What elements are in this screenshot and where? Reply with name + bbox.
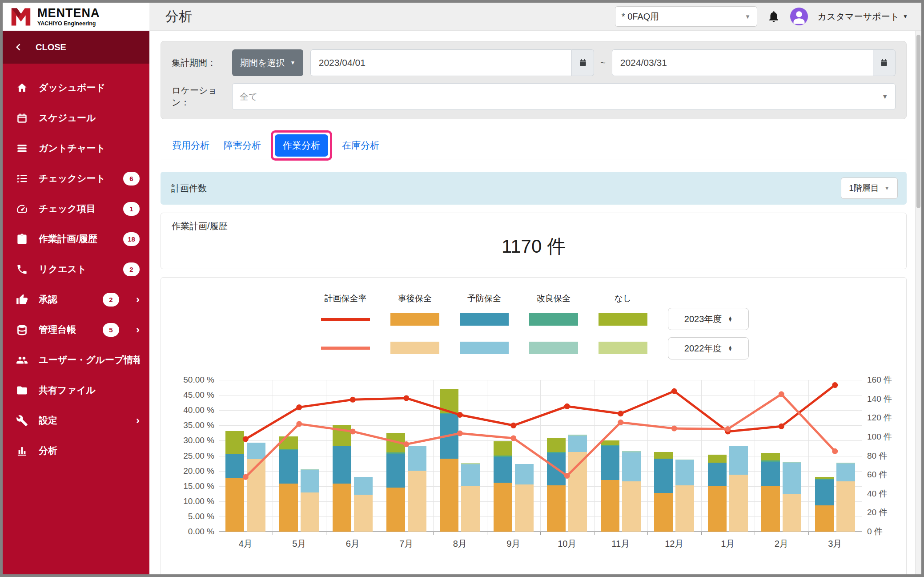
sidebar-item-5[interactable]: 作業計画/履歴18 [3,224,149,254]
tab-0[interactable]: 費用分析 [165,135,217,156]
sidebar-item-6[interactable]: リクエスト2 [3,254,149,284]
line-point[interactable] [671,426,677,432]
bar-2022年度-改良保全[interactable] [783,462,801,463]
bar-2023年度-予防保全[interactable] [761,462,780,486]
bar-2023年度-予防保全[interactable] [386,454,405,488]
line-point[interactable] [671,388,677,394]
bar-2022年度-改良保全[interactable] [675,460,694,460]
bar-2023年度-予防保全[interactable] [494,457,512,483]
user-menu[interactable]: カスタマーサポート ▼ [818,11,908,23]
line-point[interactable] [403,395,409,401]
sidebar-item-1[interactable]: スケジュール [3,103,149,133]
bar-2022年度-なし[interactable] [461,463,480,464]
bar-2023年度-予防保全[interactable] [708,463,727,486]
bar-2022年度-改良保全[interactable] [568,435,587,436]
sidebar-item-0[interactable]: ダッシュボード [3,73,149,103]
bar-2023年度-事後保全[interactable] [494,483,512,532]
date-from-input[interactable] [310,49,572,76]
bar-2022年度-予防保全[interactable] [729,446,748,475]
bar-2023年度-なし[interactable] [333,425,351,446]
bar-2022年度-予防保全[interactable] [568,436,587,452]
bar-2022年度-事後保全[interactable] [515,484,534,532]
bar-2022年度-改良保全[interactable] [301,469,319,470]
hierarchy-level-select[interactable]: 1階層目 ▼ [841,178,898,199]
bar-2023年度-事後保全[interactable] [386,488,405,532]
sidebar-item-11[interactable]: 設定› [3,405,149,436]
tab-3[interactable]: 在庫分析 [335,135,386,156]
bar-2023年度-事後保全[interactable] [547,485,566,532]
workspace-select[interactable]: * 0FAQ用 ▼ [615,6,757,27]
bar-2023年度-なし[interactable] [654,452,673,458]
line-point[interactable] [296,404,302,410]
line-point[interactable] [779,391,784,397]
bar-2023年度-改良保全[interactable] [547,452,566,453]
bar-2023年度-改良保全[interactable] [494,456,512,457]
bar-2023年度-事後保全[interactable] [654,493,673,532]
bar-2023年度-なし[interactable] [708,455,727,463]
scrollbar-thumb[interactable] [916,35,920,208]
bar-2022年度-事後保全[interactable] [247,459,265,532]
bar-2023年度-なし[interactable] [815,477,834,478]
bar-2022年度-改良保全[interactable] [461,464,480,464]
bar-2022年度-事後保全[interactable] [354,495,373,532]
bar-2023年度-なし[interactable] [494,441,512,455]
bar-2023年度-予防保全[interactable] [279,450,298,484]
line-point[interactable] [832,448,838,454]
bar-2022年度-事後保全[interactable] [301,492,319,532]
bar-2023年度-予防保全[interactable] [601,446,619,480]
bar-2022年度-予防保全[interactable] [783,463,801,494]
bar-2023年度-なし[interactable] [386,433,405,452]
tab-1[interactable]: 障害分析 [217,135,268,156]
bar-2022年度-予防保全[interactable] [354,477,373,495]
bar-2023年度-予防保全[interactable] [654,459,673,493]
bar-2022年度-事後保全[interactable] [408,471,426,532]
bar-2022年度-予防保全[interactable] [301,470,319,492]
bar-2022年度-改良保全[interactable] [622,451,641,452]
bar-2023年度-改良保全[interactable] [761,460,780,462]
bar-2023年度-予防保全[interactable] [547,453,566,485]
bar-2023年度-改良保全[interactable] [279,449,298,450]
bar-2022年度-事後保全[interactable] [622,481,641,532]
bar-2023年度-なし[interactable] [225,431,244,454]
bar-2023年度-予防保全[interactable] [815,480,834,506]
bar-2023年度-改良保全[interactable] [815,479,834,480]
bar-2023年度-なし[interactable] [761,453,780,460]
line-point[interactable] [564,403,570,409]
bar-2023年度-事後保全[interactable] [279,484,298,532]
line-point[interactable] [779,424,784,429]
bar-2022年度-予防保全[interactable] [515,464,534,484]
bar-2022年度-事後保全[interactable] [675,485,694,532]
sidebar-item-3[interactable]: チェックシート6 [3,163,149,194]
bar-2022年度-事後保全[interactable] [836,481,855,532]
bar-2023年度-事後保全[interactable] [708,486,727,532]
bar-2023年度-事後保全[interactable] [761,486,780,532]
bar-2022年度-予防保全[interactable] [836,464,855,481]
bar-2023年度-改良保全[interactable] [601,445,619,446]
sidebar-item-2[interactable]: ガントチャート [3,133,149,163]
sidebar-item-8[interactable]: 管理台帳5› [3,315,149,345]
bar-2022年度-予防保全[interactable] [247,443,265,459]
sidebar-item-12[interactable]: 分析 [3,436,149,466]
period-select-button[interactable]: 期間を選択 ▼ [232,49,303,76]
bar-2023年度-事後保全[interactable] [601,480,619,532]
bar-2023年度-なし[interactable] [601,440,619,445]
date-to-input[interactable] [612,49,873,76]
tab-2[interactable]: 作業分析 [275,134,328,157]
line-point[interactable] [725,428,731,434]
year-select-2022[interactable]: 2022年度 ▲▼ [668,337,749,359]
sidebar-item-7[interactable]: 承認2› [3,284,149,315]
line-point[interactable] [832,382,838,388]
line-point[interactable] [350,397,356,403]
location-select[interactable]: 全て ▼ [232,83,896,110]
bar-2023年度-予防保全[interactable] [440,414,458,459]
bar-2022年度-事後保全[interactable] [729,475,748,532]
bar-2023年度-事後保全[interactable] [440,459,458,532]
bar-2023年度-事後保全[interactable] [815,505,834,532]
bar-2023年度-改良保全[interactable] [440,413,458,413]
line-point[interactable] [296,421,302,427]
bar-2022年度-事後保全[interactable] [783,494,801,532]
sidebar-item-10[interactable]: 共有ファイル [3,375,149,405]
line-point[interactable] [725,426,731,432]
notification-bell-icon[interactable] [767,9,780,24]
bar-2023年度-事後保全[interactable] [225,478,244,532]
